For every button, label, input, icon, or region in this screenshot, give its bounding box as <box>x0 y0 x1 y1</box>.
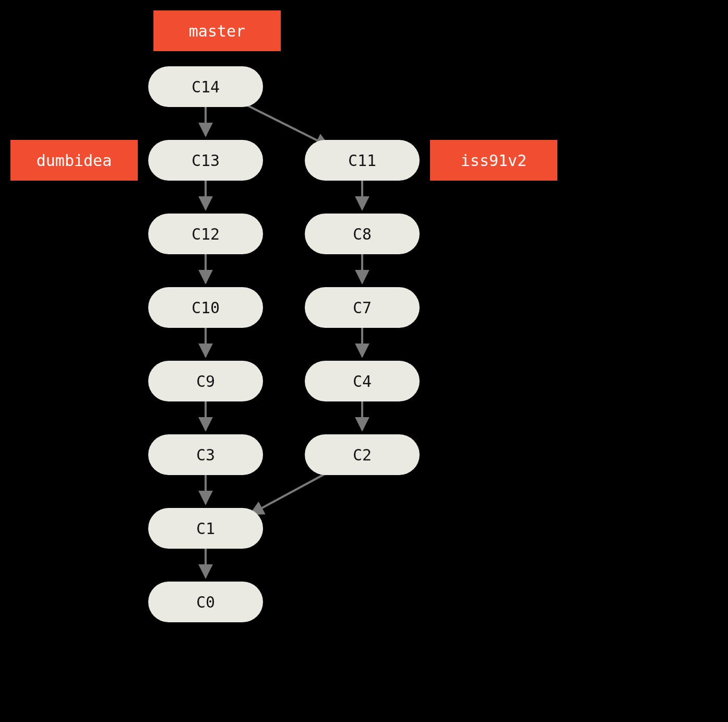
edge-c2-c1 <box>250 473 327 514</box>
commit-c14: C14 <box>148 66 263 107</box>
branch-master: master <box>153 10 281 51</box>
commit-label: C0 <box>196 593 215 611</box>
commit-label: C9 <box>196 372 215 390</box>
branch-label: iss91v2 <box>461 151 527 170</box>
commit-c4: C4 <box>305 361 420 401</box>
git-graph-diagram: master dumbidea iss91v2 C14 C13 C12 C10 … <box>0 0 728 722</box>
branch-label: dumbidea <box>37 151 112 170</box>
commit-label: C13 <box>192 151 220 170</box>
commit-c8: C8 <box>305 214 420 254</box>
commit-label: C7 <box>353 299 372 317</box>
branch-label: master <box>189 22 245 40</box>
commit-c13: C13 <box>148 140 263 181</box>
commit-label: C11 <box>348 151 376 170</box>
commit-c11: C11 <box>305 140 420 181</box>
commit-label: C2 <box>353 446 372 464</box>
edge-c14-c11 <box>245 104 329 146</box>
commit-c2: C2 <box>305 434 420 475</box>
commit-label: C12 <box>192 225 220 243</box>
commit-c7: C7 <box>305 287 420 328</box>
branch-dumbidea: dumbidea <box>10 140 138 181</box>
commit-c9: C9 <box>148 361 263 401</box>
commit-c12: C12 <box>148 214 263 254</box>
commit-label: C3 <box>196 446 215 464</box>
commit-label: C10 <box>192 299 220 317</box>
branch-iss91v2: iss91v2 <box>430 140 557 181</box>
commit-label: C1 <box>196 519 215 538</box>
commit-label: C14 <box>192 78 220 96</box>
commit-c3: C3 <box>148 434 263 475</box>
commit-label: C8 <box>353 225 372 243</box>
commit-c0: C0 <box>148 582 263 622</box>
commit-label: C4 <box>353 372 372 390</box>
commit-c10: C10 <box>148 287 263 328</box>
commit-c1: C1 <box>148 508 263 549</box>
